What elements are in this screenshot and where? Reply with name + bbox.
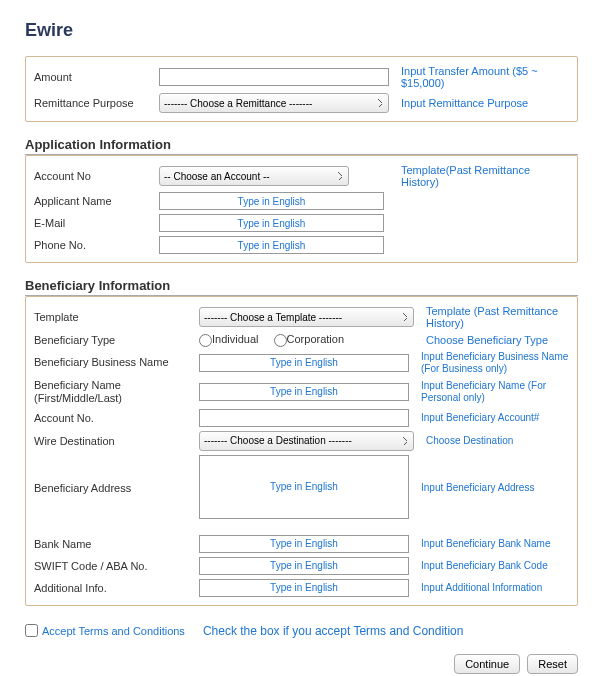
bank-name-label: Bank Name (34, 538, 199, 550)
individual-radio[interactable] (199, 334, 212, 347)
ben-address-hint: Input Beneficiary Address (421, 482, 534, 494)
bank-name-hint: Input Beneficiary Bank Name (421, 538, 551, 550)
additional-label: Additional Info. (34, 582, 199, 594)
ben-address-input[interactable]: Type in English (199, 455, 409, 519)
additional-input[interactable] (199, 579, 409, 597)
app-info-section: Account No -- Choose an Account -- Templ… (25, 155, 578, 263)
ben-address-label: Beneficiary Address (34, 482, 199, 494)
biz-name-label: Beneficiary Business Name (34, 356, 199, 369)
remittance-purpose-select[interactable]: ------- Choose a Remittance ------- (159, 93, 389, 113)
terms-row: Accept Terms and Conditions Check the bo… (25, 624, 578, 638)
terms-label[interactable]: Accept Terms and Conditions (42, 625, 185, 637)
email-input[interactable] (159, 214, 384, 232)
applicant-name-label: Applicant Name (34, 195, 159, 207)
amount-label: Amount (34, 71, 159, 83)
remittance-purpose-label: Remittance Purpose (34, 97, 159, 109)
page-title: Ewire (25, 20, 578, 41)
ben-type-label: Beneficiary Type (34, 334, 199, 346)
wire-dest-label: Wire Destination (34, 435, 199, 447)
phone-label: Phone No. (34, 239, 159, 251)
ben-account-label: Account No. (34, 412, 199, 424)
amount-hint: Input Transfer Amount ($5 ~ $15,000) (401, 65, 569, 89)
additional-hint: Input Additional Information (421, 582, 542, 594)
individual-label: Individual (212, 333, 258, 345)
account-no-label: Account No (34, 170, 159, 182)
continue-button[interactable]: Continue (454, 654, 520, 674)
amount-section: Amount Input Transfer Amount ($5 ~ $15,0… (25, 56, 578, 122)
ben-account-hint: Input Beneficiary Account# (421, 412, 539, 424)
ben-info-title: Beneficiary Information (25, 278, 578, 296)
wire-dest-select[interactable]: ------- Choose a Destination ------- (199, 431, 414, 451)
email-label: E-Mail (34, 217, 159, 229)
account-no-hint[interactable]: Template(Past Remittance History) (401, 164, 569, 188)
bank-name-input[interactable] (199, 535, 409, 553)
button-row: Continue Reset (25, 654, 578, 674)
phone-input[interactable] (159, 236, 384, 254)
app-info-title: Application Information (25, 137, 578, 155)
template-label: Template (34, 311, 199, 323)
amount-input[interactable] (159, 68, 389, 86)
account-no-select[interactable]: -- Choose an Account -- (159, 166, 349, 186)
ben-name-label: Beneficiary Name (First/Middle/Last) (34, 379, 199, 405)
corporation-label: Corporation (287, 333, 344, 345)
terms-text: Check the box if you accept Terms and Co… (203, 624, 464, 638)
terms-checkbox[interactable] (25, 624, 38, 637)
template-hint[interactable]: Template (Past Remittance History) (426, 305, 569, 329)
ben-type-hint: Choose Beneficiary Type (426, 334, 548, 346)
corporation-radio[interactable] (274, 334, 287, 347)
ben-account-input[interactable] (199, 409, 409, 427)
template-select[interactable]: ------- Choose a Template ------- (199, 307, 414, 327)
reset-button[interactable]: Reset (527, 654, 578, 674)
swift-label: SWIFT Code / ABA No. (34, 560, 199, 572)
swift-input[interactable] (199, 557, 409, 575)
swift-hint: Input Beneficiary Bank Code (421, 560, 548, 572)
remittance-purpose-hint: Input Remittance Purpose (401, 97, 528, 109)
ben-name-input[interactable] (199, 383, 409, 401)
biz-name-hint: Input Beneficiary Business Name (For Bus… (421, 351, 569, 375)
wire-dest-hint: Choose Destination (426, 435, 513, 447)
applicant-name-input[interactable] (159, 192, 384, 210)
ben-info-section: Template ------- Choose a Template -----… (25, 296, 578, 606)
biz-name-input[interactable] (199, 354, 409, 372)
ben-name-hint: Input Beneficiary Name (For Personal onl… (421, 380, 569, 404)
